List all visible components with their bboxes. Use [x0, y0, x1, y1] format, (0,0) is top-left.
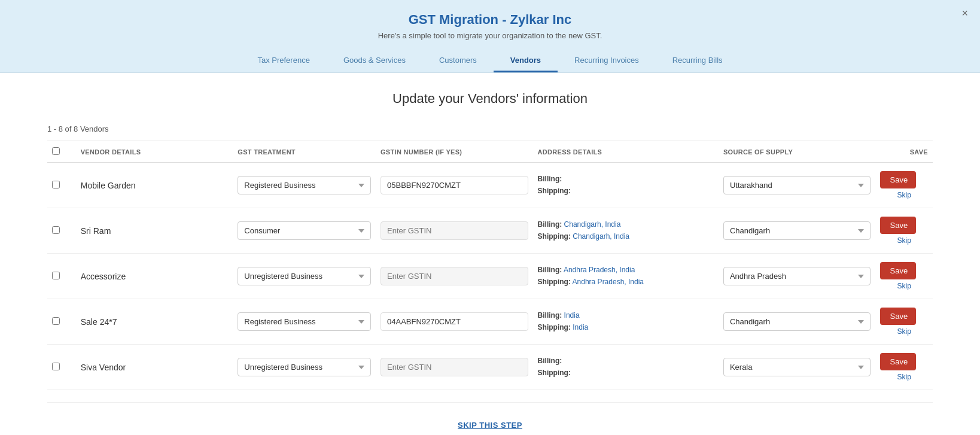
col-gst-treatment: GST TREATMENT: [233, 141, 376, 163]
row-checkbox[interactable]: [52, 226, 60, 234]
gst-treatment-cell: Registered BusinessUnregistered Business…: [233, 345, 376, 390]
tab-recurring-bills[interactable]: Recurring Bills: [656, 50, 739, 72]
row-checkbox-cell: [47, 345, 76, 390]
row-checkbox[interactable]: [52, 181, 60, 188]
table-row: Mobile GardenRegistered BusinessUnregist…: [47, 163, 933, 208]
vendor-name-cell: Mobile Garden: [76, 163, 233, 208]
gstin-cell: [376, 208, 533, 254]
page-subtitle: Here's a simple tool to migrate your org…: [0, 31, 980, 40]
row-checkbox-cell: [47, 208, 76, 254]
gst-treatment-cell: Registered BusinessUnregistered Business…: [233, 299, 376, 345]
col-address-details: ADDRESS DETAILS: [533, 141, 719, 163]
source-of-supply-select[interactable]: UttarakhandChandigarhAndhra PradeshKeral…: [723, 176, 871, 194]
tab-tax-preference[interactable]: Tax Preference: [241, 50, 326, 72]
tab-goods-services[interactable]: Goods & Services: [327, 50, 422, 72]
main-content: Update your Vendors' information 1 - 8 o…: [23, 73, 957, 435]
source-of-supply-select[interactable]: UttarakhandChandigarhAndhra PradeshKeral…: [723, 312, 871, 331]
gst-treatment-select[interactable]: Registered BusinessUnregistered Business…: [238, 358, 371, 376]
gst-treatment-cell: Registered BusinessUnregistered Business…: [233, 254, 376, 299]
source-of-supply-select[interactable]: UttarakhandChandigarhAndhra PradeshKeral…: [723, 358, 871, 376]
vendor-name-cell: Siva Vendor: [76, 345, 233, 390]
vendors-table: VENDOR DETAILS GST TREATMENT GSTIN NUMBE…: [47, 141, 933, 390]
close-button[interactable]: ×: [961, 7, 968, 20]
row-checkbox[interactable]: [52, 317, 60, 325]
gstin-cell: [376, 163, 533, 208]
vendor-name-cell: Accessorize: [76, 254, 233, 299]
save-cell: SaveSkip: [875, 208, 933, 254]
row-checkbox[interactable]: [52, 272, 60, 279]
col-check: [47, 141, 76, 163]
table-row: Sale 24*7Registered BusinessUnregistered…: [47, 299, 933, 345]
gstin-input[interactable]: [381, 221, 528, 240]
vendors-tbody: Mobile GardenRegistered BusinessUnregist…: [47, 163, 933, 390]
row-checkbox-cell: [47, 299, 76, 345]
tab-customers[interactable]: Customers: [422, 50, 494, 72]
skip-link[interactable]: Skip: [880, 282, 928, 290]
save-button[interactable]: Save: [880, 171, 916, 188]
col-vendor-details: VENDOR DETAILS: [76, 141, 233, 163]
vendor-name-cell: Sri Ram: [76, 208, 233, 254]
skip-link[interactable]: Skip: [880, 373, 928, 381]
save-cell: SaveSkip: [875, 254, 933, 299]
address-cell: Billing: Andhra Pradesh, IndiaShipping: …: [533, 254, 719, 299]
footer: SKIP THIS STEP: [47, 402, 933, 435]
save-button[interactable]: Save: [880, 217, 916, 234]
source-of-supply-cell: UttarakhandChandigarhAndhra PradeshKeral…: [719, 208, 876, 254]
gstin-input[interactable]: [381, 267, 528, 285]
gst-treatment-select[interactable]: Registered BusinessUnregistered Business…: [238, 267, 371, 285]
save-cell: SaveSkip: [875, 163, 933, 208]
gst-treatment-cell: Registered BusinessUnregistered Business…: [233, 163, 376, 208]
col-save: SAVE: [875, 141, 933, 163]
tab-vendors[interactable]: Vendors: [494, 50, 558, 72]
gstin-input[interactable]: [381, 312, 528, 331]
gstin-input[interactable]: [381, 358, 528, 376]
col-source-of-supply: SOURCE OF SUPPLY: [719, 141, 876, 163]
address-cell: Billing: Chandigarh, IndiaShipping: Chan…: [533, 208, 719, 254]
gstin-cell: [376, 345, 533, 390]
source-of-supply-select[interactable]: UttarakhandChandigarhAndhra PradeshKeral…: [723, 221, 871, 240]
source-of-supply-select[interactable]: UttarakhandChandigarhAndhra PradeshKeral…: [723, 267, 871, 285]
source-of-supply-cell: UttarakhandChandigarhAndhra PradeshKeral…: [719, 163, 876, 208]
gst-treatment-select[interactable]: Registered BusinessUnregistered Business…: [238, 221, 371, 240]
row-checkbox-cell: [47, 163, 76, 208]
tab-recurring-invoices[interactable]: Recurring Invoices: [558, 50, 656, 72]
table-row: Siva VendorRegistered BusinessUnregister…: [47, 345, 933, 390]
gstin-cell: [376, 299, 533, 345]
vendor-name-cell: Sale 24*7: [76, 299, 233, 345]
table-header: VENDOR DETAILS GST TREATMENT GSTIN NUMBE…: [47, 141, 933, 163]
save-button[interactable]: Save: [880, 353, 916, 370]
col-gstin-number: GSTIN NUMBER (IF YES): [376, 141, 533, 163]
vendor-count: 1 - 8 of 8 Vendors: [47, 124, 933, 133]
source-of-supply-cell: UttarakhandChandigarhAndhra PradeshKeral…: [719, 299, 876, 345]
select-all-checkbox[interactable]: [52, 147, 60, 155]
save-button[interactable]: Save: [880, 262, 916, 279]
save-cell: SaveSkip: [875, 345, 933, 390]
gst-treatment-cell: Registered BusinessUnregistered Business…: [233, 208, 376, 254]
tab-bar: Tax PreferenceGoods & ServicesCustomersV…: [0, 50, 980, 73]
address-cell: Billing: IndiaShipping: India: [533, 299, 719, 345]
skip-link[interactable]: Skip: [880, 327, 928, 336]
gst-treatment-select[interactable]: Registered BusinessUnregistered Business…: [238, 312, 371, 331]
save-cell: SaveSkip: [875, 299, 933, 345]
gst-treatment-select[interactable]: Registered BusinessUnregistered Business…: [238, 176, 371, 194]
source-of-supply-cell: UttarakhandChandigarhAndhra PradeshKeral…: [719, 345, 876, 390]
skip-link[interactable]: Skip: [880, 191, 928, 199]
save-button[interactable]: Save: [880, 308, 916, 325]
gstin-input[interactable]: [381, 176, 528, 194]
table-row: AccessorizeRegistered BusinessUnregister…: [47, 254, 933, 299]
gstin-cell: [376, 254, 533, 299]
table-row: Sri RamRegistered BusinessUnregistered B…: [47, 208, 933, 254]
source-of-supply-cell: UttarakhandChandigarhAndhra PradeshKeral…: [719, 254, 876, 299]
skip-step-link[interactable]: SKIP THIS STEP: [458, 421, 522, 430]
skip-link[interactable]: Skip: [880, 236, 928, 245]
row-checkbox[interactable]: [52, 363, 60, 370]
header: GST Migration - Zylkar Inc Here's a simp…: [0, 0, 980, 73]
address-cell: Billing:Shipping:: [533, 163, 719, 208]
page-title: GST Migration - Zylkar Inc: [0, 12, 980, 28]
address-cell: Billing:Shipping:: [533, 345, 719, 390]
section-heading: Update your Vendors' information: [47, 91, 933, 107]
row-checkbox-cell: [47, 254, 76, 299]
